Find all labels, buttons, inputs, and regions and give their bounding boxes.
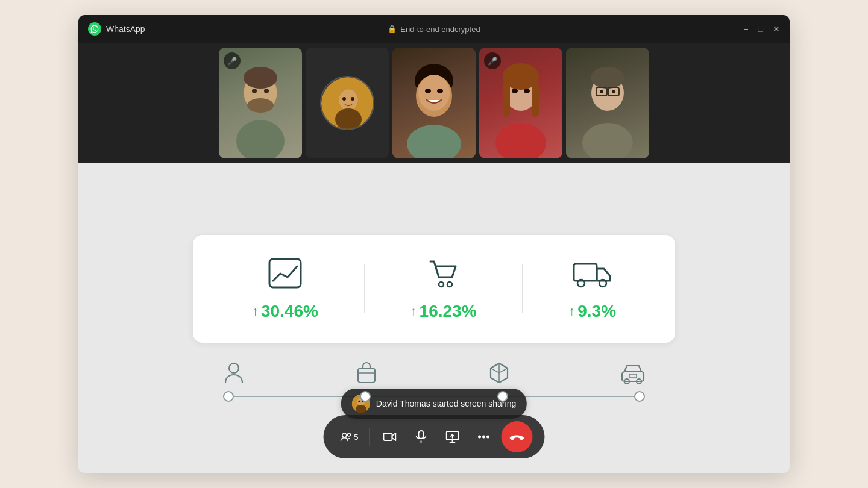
svg-rect-38: [574, 264, 597, 281]
stat-item-chart: ↑ 30.46%: [252, 257, 318, 321]
encryption-badge: 🔒 End-to-end endcrypted: [388, 25, 480, 34]
minimize-button[interactable]: −: [743, 25, 748, 33]
svg-point-10: [339, 89, 358, 111]
screen-share-button[interactable]: [439, 423, 467, 451]
timeline-icon-person: [223, 361, 245, 385]
svg-point-3: [247, 98, 274, 113]
more-button[interactable]: [470, 423, 498, 451]
timeline-dot: [223, 391, 234, 402]
svg-rect-46: [629, 374, 637, 378]
svg-point-62: [482, 436, 485, 439]
svg-rect-22: [503, 81, 510, 117]
app-name: WhatsApp: [106, 24, 145, 34]
stat-divider: [364, 264, 365, 313]
stat-value-chart: ↑ 30.46%: [252, 302, 318, 321]
svg-rect-55: [419, 431, 424, 439]
lock-icon: 🔒: [388, 25, 397, 33]
svg-rect-23: [532, 81, 539, 117]
svg-rect-35: [269, 259, 301, 287]
svg-point-36: [439, 282, 444, 287]
svg-point-28: [591, 67, 624, 89]
participant-avatar: [392, 48, 476, 158]
stats-card: ↑ 30.46% ↑ 16.23%: [193, 235, 675, 343]
chart-icon: [267, 257, 303, 292]
participant-tile[interactable]: 🎤: [219, 48, 302, 158]
participant-tile[interactable]: [566, 48, 649, 158]
stat-item-truck: ↑ 9.3%: [568, 257, 616, 321]
window-controls: − □ ✕: [743, 25, 780, 33]
stat-divider: [522, 264, 523, 313]
main-content: ↑ 30.46% ↑ 16.23%: [78, 163, 790, 473]
close-button[interactable]: ✕: [773, 25, 780, 33]
timeline-icon-car: [621, 361, 645, 385]
camera-button[interactable]: [376, 423, 404, 451]
more-icon: [478, 435, 490, 439]
svg-point-13: [351, 97, 354, 101]
svg-point-26: [495, 123, 546, 158]
svg-point-41: [229, 363, 239, 373]
notification-text: David Thomas started screen sharing: [376, 399, 516, 408]
titlebar: WhatsApp 🔒 End-to-end endcrypted − □ ✕: [78, 15, 790, 43]
mic-icon: [416, 430, 427, 443]
mic-button[interactable]: [407, 423, 435, 451]
svg-point-24: [512, 89, 518, 93]
timeline-dot: [634, 391, 645, 402]
svg-point-5: [236, 120, 285, 158]
svg-rect-42: [358, 368, 375, 383]
app-window: WhatsApp 🔒 End-to-end endcrypted − □ ✕: [78, 15, 790, 473]
participant-tile[interactable]: [392, 48, 476, 158]
svg-point-53: [347, 433, 350, 436]
stat-value-cart: ↑ 16.23%: [410, 302, 477, 321]
timeline-icons: [223, 361, 645, 385]
timeline-dot: [360, 391, 371, 402]
participant-tile[interactable]: 🎤: [479, 48, 562, 158]
svg-point-19: [407, 125, 461, 158]
svg-point-17: [425, 89, 431, 93]
app-logo: WhatsApp: [88, 22, 145, 36]
end-call-icon: [509, 432, 525, 442]
svg-point-12: [342, 97, 346, 101]
participants-button[interactable]: 5: [336, 423, 363, 451]
svg-point-50: [358, 401, 360, 402]
maximize-button[interactable]: □: [758, 25, 763, 33]
screen-share-icon: [446, 431, 459, 443]
svg-point-34: [582, 123, 633, 158]
svg-point-16: [418, 75, 450, 111]
svg-point-52: [342, 433, 347, 437]
camera-icon: [383, 431, 397, 442]
call-controls: 5: [324, 415, 545, 458]
cart-icon: [426, 257, 462, 292]
svg-point-6: [252, 89, 257, 93]
end-call-button[interactable]: [502, 421, 533, 452]
svg-point-61: [478, 436, 481, 439]
timeline-icon-box: [488, 361, 510, 385]
stat-value-truck: ↑ 9.3%: [568, 302, 616, 321]
svg-point-18: [437, 89, 443, 93]
svg-point-25: [524, 89, 530, 93]
stat-item-cart: ↑ 16.23%: [410, 257, 477, 321]
svg-point-63: [486, 436, 489, 439]
participant-avatar: [566, 48, 649, 158]
timeline-dot: [497, 391, 508, 402]
participant-tile[interactable]: [306, 48, 389, 158]
svg-point-7: [264, 89, 269, 93]
svg-point-32: [600, 90, 603, 93]
whatsapp-icon: [88, 22, 101, 36]
david-avatar: [321, 77, 374, 130]
svg-point-0: [88, 22, 101, 36]
participant-avatar-circle: [306, 48, 389, 158]
mute-badge: 🎤: [484, 52, 501, 69]
encryption-label: End-to-end endcrypted: [400, 25, 480, 34]
timeline-icon-bag: [356, 361, 377, 385]
timeline-connector: [234, 396, 360, 397]
svg-rect-54: [384, 433, 392, 440]
mute-badge: 🎤: [224, 52, 241, 69]
participants-count: 5: [354, 433, 358, 442]
svg-point-33: [612, 90, 615, 93]
participants-icon: [341, 431, 352, 443]
truck-icon: [571, 257, 614, 292]
svg-point-11: [335, 108, 362, 130]
svg-point-37: [447, 282, 452, 287]
timeline-connector: [508, 396, 634, 397]
participants-bar: 🎤: [78, 43, 790, 163]
